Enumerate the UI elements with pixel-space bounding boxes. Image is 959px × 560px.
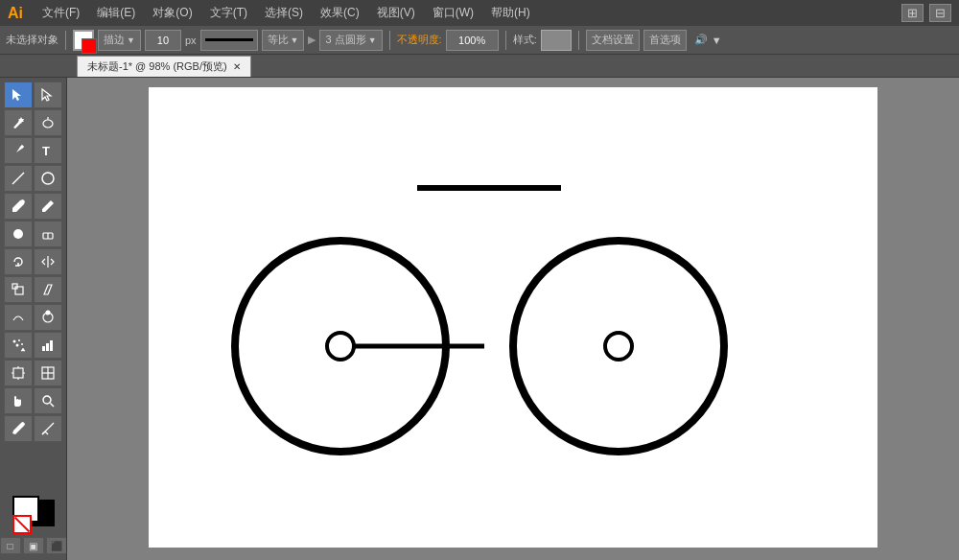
svg-rect-20 [46, 343, 49, 351]
screen-mode-button[interactable]: ▣ [23, 537, 44, 554]
hand-tool[interactable] [4, 387, 33, 414]
menu-object[interactable]: 对象(O) [145, 3, 199, 23]
stroke-width-input[interactable] [145, 30, 181, 51]
svg-rect-19 [42, 346, 45, 351]
svg-line-31 [51, 404, 55, 408]
stroke-dropdown[interactable]: 描边 ▼ [98, 30, 141, 51]
type-tool[interactable]: T [34, 137, 62, 164]
menu-effect[interactable]: 效果(C) [313, 3, 367, 23]
tool-row-eyedropper [4, 415, 62, 442]
menu-select[interactable]: 选择(S) [257, 3, 311, 23]
app-logo: Ai [8, 5, 23, 22]
line-tool[interactable] [4, 165, 33, 192]
canvas-area [67, 78, 959, 560]
pen-tool[interactable] [4, 137, 33, 164]
tool-row-select [4, 82, 62, 108]
paintbrush-tool[interactable] [4, 193, 33, 220]
svg-point-16 [18, 339, 20, 341]
svg-line-4 [12, 173, 24, 184]
color-swatch-area [12, 496, 55, 534]
tab-close-icon[interactable]: ✕ [233, 61, 241, 72]
style-label: 样式: [513, 33, 537, 47]
shear-tool[interactable] [34, 276, 62, 303]
eyedropper-tool[interactable] [4, 415, 33, 442]
canvas[interactable] [149, 87, 877, 548]
stroke-style-label: 3 点圆形 [325, 33, 365, 47]
ellipse-tool[interactable] [34, 165, 62, 192]
svg-point-2 [21, 146, 24, 149]
normal-mode-button[interactable]: □ [0, 537, 21, 554]
menu-view[interactable]: 视图(V) [369, 3, 423, 23]
fill-color-swatch[interactable] [73, 30, 94, 51]
opacity-input[interactable] [446, 30, 499, 51]
menu-file[interactable]: 文件(F) [35, 3, 87, 23]
none-swatch[interactable] [12, 515, 32, 534]
tool-row-pen: T [4, 137, 62, 164]
audio-icon[interactable]: 🔊 [694, 34, 708, 46]
stroke-line-preview[interactable] [200, 30, 258, 51]
svg-point-17 [16, 344, 19, 347]
blob-brush-tool[interactable] [4, 221, 33, 247]
menu-window[interactable]: 窗口(W) [425, 3, 481, 23]
lasso-tool[interactable] [34, 109, 62, 136]
svg-point-18 [21, 343, 23, 345]
stroke-unit-label: px [185, 35, 197, 46]
stroke-preset-dropdown[interactable]: 等比 ▼ [262, 30, 305, 51]
svg-line-34 [45, 432, 48, 434]
menu-edit[interactable]: 编辑(E) [89, 3, 143, 23]
select-tool[interactable] [4, 82, 33, 108]
svg-marker-12 [44, 285, 52, 294]
tab-bar: 未标题-1* @ 98% (RGB/预览) ✕ [0, 55, 959, 78]
tool-row-line [4, 165, 62, 192]
direct-select-tool[interactable] [34, 82, 62, 108]
svg-text:T: T [42, 144, 50, 158]
svg-point-30 [43, 396, 51, 404]
stroke-line-inner [205, 38, 253, 41]
right-inner-circle [605, 333, 632, 360]
column-graph-tool[interactable] [34, 332, 62, 359]
tab-label: 未标题-1* @ 98% (RGB/预览) [87, 59, 227, 74]
rotate-tool[interactable] [4, 248, 33, 275]
magic-wand-tool[interactable] [4, 109, 33, 136]
stroke-style-dropdown[interactable]: 3 点圆形 ▼ [319, 30, 382, 51]
menu-text[interactable]: 文字(T) [202, 3, 255, 23]
tool-row-rotate [4, 248, 62, 275]
doc-settings-button[interactable]: 文档设置 [586, 30, 640, 51]
svg-line-33 [42, 432, 45, 434]
view-mode-buttons: □ ▣ ⬛ [0, 537, 67, 554]
scale-tool[interactable] [4, 276, 33, 303]
title-right-icons: ⊞ ⊟ [901, 4, 951, 22]
svg-point-14 [46, 311, 50, 315]
stroke-preset-label: 等比 [268, 33, 289, 47]
svg-point-0 [43, 120, 53, 128]
left-inner-circle [327, 333, 354, 360]
tool-row-blob [4, 221, 62, 247]
symbol-spray-tool[interactable] [4, 332, 33, 359]
pencil-tool[interactable] [34, 193, 62, 220]
control-bar: 未选择对象 描边 ▼ px 等比 ▼ ▶ 3 点圆形 ▼ 不透明度: 样式: 文… [0, 26, 959, 55]
document-tab[interactable]: 未标题-1* @ 98% (RGB/预览) ✕ [77, 56, 251, 77]
warp-tool[interactable] [4, 304, 33, 331]
stroke-style-arrow-icon: ▼ [368, 35, 377, 45]
style-color-swatch[interactable] [541, 30, 572, 51]
reshape-tool[interactable] [34, 304, 62, 331]
prefs-button[interactable]: 首选项 [643, 30, 687, 51]
slice-tool[interactable] [34, 360, 62, 386]
eraser-tool[interactable] [34, 221, 62, 247]
svg-point-5 [42, 173, 54, 184]
opacity-label: 不透明度: [397, 33, 442, 47]
zoom-tool[interactable] [34, 387, 62, 414]
tool-row-artboard [4, 360, 62, 386]
artboard-tool[interactable] [4, 360, 33, 386]
arrange-icon[interactable]: ⊟ [929, 4, 951, 22]
menu-help[interactable]: 帮助(H) [483, 3, 538, 23]
reflect-tool[interactable] [34, 248, 62, 275]
svg-rect-22 [13, 368, 23, 378]
tool-row-scale [4, 276, 62, 303]
svg-point-6 [13, 229, 23, 239]
selection-status-label: 未选择对象 [6, 33, 58, 47]
full-screen-mode-button[interactable]: ⬛ [46, 537, 67, 554]
screen-mode-icon[interactable]: ⊞ [901, 4, 924, 22]
measure-tool[interactable] [34, 415, 62, 442]
tool-row-symbol [4, 332, 62, 359]
